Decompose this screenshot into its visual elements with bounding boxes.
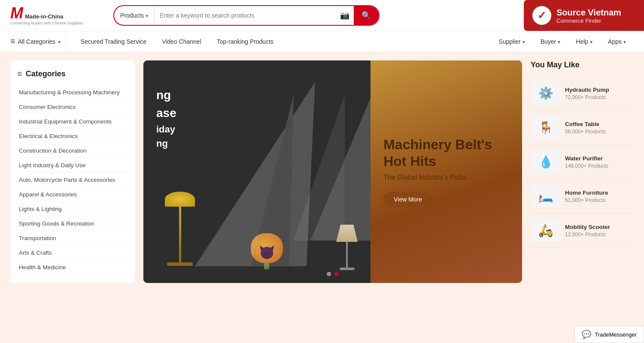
product-emoji-2: 💧: [538, 155, 553, 169]
help-label: Help: [576, 38, 588, 45]
nav-supplier[interactable]: Supplier: [491, 38, 532, 45]
nav-right: Supplier Buyer Help Apps: [491, 38, 634, 45]
product-thumb-1: 🪑: [531, 116, 561, 139]
banner-area: ng ase iday ng 😈: [143, 60, 522, 283]
product-card-0[interactable]: ⚙️ Hydraulic Pump 72,000+ Products: [531, 76, 634, 111]
product-card-2[interactable]: 💧 Water Purifier 148,000+ Products: [531, 145, 634, 179]
all-categories-button[interactable]: All Categories: [10, 31, 67, 51]
search-category-dropdown[interactable]: Products: [114, 6, 155, 25]
product-name-4: Mobility Scooter: [565, 224, 634, 230]
sv-subtitle: Commerce Finder: [556, 18, 621, 24]
sidebar-item-health[interactable]: Health & Medicine: [17, 261, 128, 274]
banner-dots: [327, 272, 339, 276]
sidebar-item-apparel[interactable]: Apparel & Accessories: [17, 188, 128, 202]
product-emoji-0: ⚙️: [538, 86, 553, 100]
buyer-label: Buyer: [541, 38, 556, 45]
logo-letter: M: [10, 6, 23, 21]
messenger-icon: 💬: [582, 330, 591, 339]
banner-subtitle: The Global Industry's Picks: [383, 174, 509, 181]
product-card-4[interactable]: 🛵 Mobility Scooter 12,000+ Products: [531, 214, 634, 248]
sidebar-item-industrial[interactable]: Industrial Equipment & Components: [17, 115, 128, 129]
banner-image: ng ase iday ng 😈: [143, 60, 522, 283]
categories-title: Categories: [26, 69, 66, 78]
main-content: Categories Manufacturing & Processing Ma…: [0, 52, 644, 292]
sidebar-item-manufacturing[interactable]: Manufacturing & Processing Machinery: [17, 86, 128, 99]
you-may-like-title: You May Like: [531, 60, 634, 69]
nav-apps[interactable]: Apps: [600, 38, 634, 45]
product-card-1[interactable]: 🪑 Coffee Table 56,000+ Products: [531, 111, 634, 145]
product-card-3[interactable]: 🛏️ Home Furniture 51,000+ Products: [531, 179, 634, 214]
search-category-label: Products: [120, 12, 144, 19]
category-list: Manufacturing & Processing Machinery Con…: [17, 86, 128, 274]
product-emoji-1: 🪑: [538, 120, 553, 135]
product-info-4: Mobility Scooter 12,000+ Products: [565, 224, 634, 238]
product-count-4: 12,000+ Products: [565, 232, 634, 238]
categories-header: Categories: [17, 69, 128, 79]
search-button[interactable]: 🔍: [354, 6, 379, 25]
chevron-down-icon: [558, 38, 560, 45]
product-emoji-4: 🛵: [538, 223, 553, 238]
product-count-3: 51,000+ Products: [565, 197, 634, 203]
logo-tagline: Connecting Buyers with Chinese Suppliers: [10, 21, 83, 25]
product-name-2: Water Purifier: [565, 155, 634, 162]
view-more-button[interactable]: View More: [383, 192, 432, 207]
product-thumb-2: 💧: [531, 150, 561, 174]
banner-triangle-svg: [143, 60, 371, 283]
product-count-0: 72,000+ Products: [565, 94, 634, 100]
header: M Made-in-China Connecting Buyers with C…: [0, 0, 644, 31]
chevron-down-icon: [146, 12, 148, 19]
trade-messenger-label: TradeMessenger: [595, 331, 637, 338]
source-vietnam-banner[interactable]: ✓ Source Vietnam Commerce Finder: [524, 0, 644, 31]
product-name-3: Home Furniture: [565, 190, 634, 196]
trade-messenger-bar[interactable]: 💬 TradeMessenger: [574, 326, 644, 343]
product-count-2: 148,000+ Products: [565, 163, 634, 169]
product-name-0: Hydraulic Pump: [565, 87, 634, 93]
nav-top-ranking[interactable]: Top-ranking Products: [209, 31, 281, 51]
logo-area: M Made-in-China Connecting Buyers with C…: [10, 6, 105, 25]
list-icon: [10, 36, 15, 46]
sidebar-item-sporting[interactable]: Sporting Goods & Recreation: [17, 217, 128, 231]
chevron-down-icon: [58, 38, 61, 45]
banner-dot-2[interactable]: [334, 272, 339, 276]
chevron-down-icon: [590, 38, 592, 45]
chevron-down-icon: [522, 38, 525, 45]
product-info-1: Coffee Table 56,000+ Products: [565, 121, 634, 135]
sidebar-item-lights[interactable]: Lights & Lighting: [17, 202, 128, 216]
nav-video-channel[interactable]: Video Channel: [154, 31, 209, 51]
sidebar-item-transportation[interactable]: Transportation: [17, 232, 128, 245]
product-thumb-4: 🛵: [531, 219, 561, 242]
product-info-3: Home Furniture 51,000+ Products: [565, 190, 634, 203]
sidebar-item-light-industry[interactable]: Light Industry & Daily Use: [17, 159, 128, 172]
search-input[interactable]: [155, 6, 336, 25]
sidebar-item-consumer-electronics[interactable]: Consumer Electronics: [17, 100, 128, 114]
sv-check-icon: ✓: [538, 9, 546, 21]
product-count-1: 56,000+ Products: [565, 129, 634, 135]
camera-icon[interactable]: 📷: [336, 11, 354, 20]
sv-text-area: Source Vietnam Commerce Finder: [556, 7, 621, 24]
product-emoji-3: 🛏️: [538, 189, 553, 203]
sv-logo: ✓: [532, 6, 551, 25]
sv-title: Source Vietnam: [556, 7, 621, 18]
nav-help[interactable]: Help: [568, 38, 600, 45]
product-thumb-0: ⚙️: [531, 81, 561, 105]
sidebar-item-construction[interactable]: Construction & Decoration: [17, 144, 128, 158]
navbar: All Categories Secured Trading Service V…: [0, 31, 644, 52]
sidebar-item-auto[interactable]: Auto, Motorcycle Parts & Accessories: [17, 173, 128, 187]
nav-buyer[interactable]: Buyer: [533, 38, 568, 45]
nav-secured-trading[interactable]: Secured Trading Service: [73, 31, 154, 51]
supplier-label: Supplier: [498, 38, 520, 45]
logo-brand: Made-in-China: [25, 13, 64, 20]
banner-dot-1[interactable]: [327, 272, 331, 276]
all-categories-label: All Categories: [18, 38, 55, 45]
logo: M Made-in-China Connecting Buyers with C…: [10, 6, 83, 25]
search-bar: Products 📷 🔍: [113, 5, 380, 26]
banner-left: ng ase iday ng 😈: [143, 60, 371, 283]
sidebar: Categories Manufacturing & Processing Ma…: [10, 60, 135, 283]
product-info-0: Hydraulic Pump 72,000+ Products: [565, 87, 634, 100]
product-thumb-3: 🛏️: [531, 184, 561, 208]
sidebar-item-electrical[interactable]: Electrical & Electronics: [17, 129, 128, 143]
you-may-like-panel: You May Like ⚙️ Hydraulic Pump 72,000+ P…: [531, 60, 634, 283]
categories-list-icon: [17, 69, 22, 79]
sidebar-item-arts[interactable]: Arts & Crafts: [17, 246, 128, 260]
svg-marker-0: [195, 82, 315, 266]
